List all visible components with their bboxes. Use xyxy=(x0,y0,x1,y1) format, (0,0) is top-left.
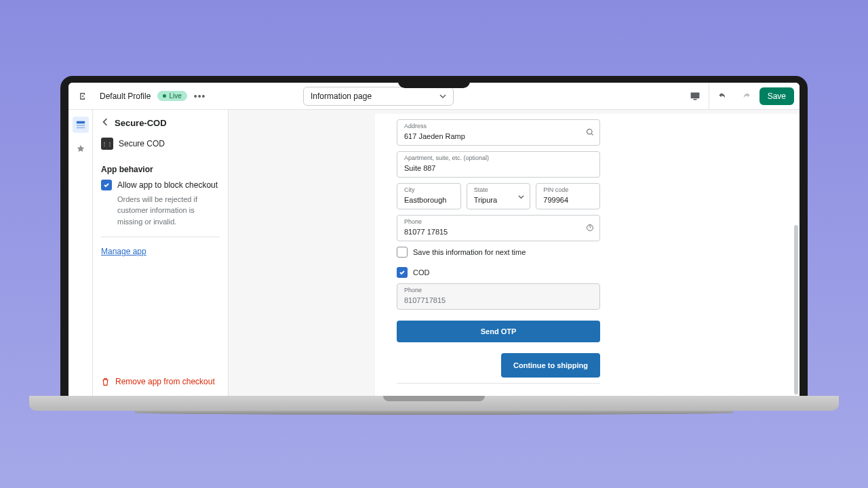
icon-rail xyxy=(68,110,93,396)
save-info-checkbox[interactable] xyxy=(397,247,408,258)
cod-checkbox[interactable] xyxy=(397,267,408,278)
sidebar-title: Secure-COD xyxy=(115,118,167,128)
app-list-item[interactable]: ⋮⋮ Secure COD xyxy=(101,135,220,152)
search-icon[interactable] xyxy=(586,127,594,139)
svg-rect-1 xyxy=(693,99,696,100)
svg-rect-0 xyxy=(690,92,699,98)
save-button[interactable]: Save xyxy=(760,87,794,105)
address-field[interactable]: Address 617 Jaeden Ramp xyxy=(397,119,600,146)
apartment-field[interactable]: Apartment, suite, etc. (optional) Suite … xyxy=(397,151,600,178)
rail-apps-button[interactable] xyxy=(73,141,89,157)
checkout-form: Address 617 Jaeden Ramp Apartment, suite… xyxy=(375,114,800,396)
live-dot-icon xyxy=(163,94,166,98)
svg-rect-4 xyxy=(76,127,84,129)
more-actions-button[interactable]: ••• xyxy=(194,91,206,102)
svg-point-5 xyxy=(587,129,593,134)
pin-field[interactable]: PIN code 799964 xyxy=(536,183,600,209)
send-otp-button[interactable]: Send OTP xyxy=(397,321,600,342)
profile-name: Default Profile xyxy=(100,92,151,101)
checkbox-helper-text: Orders will be rejected if customer info… xyxy=(117,194,220,228)
page-selector[interactable]: Information page xyxy=(303,87,454,106)
state-select[interactable]: State Tripura xyxy=(467,183,531,209)
svg-rect-2 xyxy=(76,121,84,124)
chevron-down-icon xyxy=(518,190,524,203)
section-title: App behavior xyxy=(101,165,220,174)
app-icon: ⋮⋮ xyxy=(101,138,113,150)
sidebar: Secure-COD ⋮⋮ Secure COD App behavior Al… xyxy=(93,110,229,396)
undo-button[interactable] xyxy=(713,87,732,106)
svg-rect-3 xyxy=(76,125,84,126)
help-icon[interactable] xyxy=(586,222,594,235)
remove-app-button[interactable]: Remove app from checkout xyxy=(101,373,220,390)
chevron-down-icon xyxy=(439,93,446,100)
exit-editor-button[interactable] xyxy=(74,87,93,106)
scrollbar[interactable] xyxy=(793,111,798,394)
preview-pane: Address 617 Jaeden Ramp Apartment, suite… xyxy=(229,110,800,396)
manage-app-link[interactable]: Manage app xyxy=(101,247,220,256)
live-badge: Live xyxy=(157,91,186,101)
desktop-view-button[interactable] xyxy=(686,87,705,106)
city-field[interactable]: City Eastborough xyxy=(397,183,461,209)
redo-button[interactable] xyxy=(736,87,755,106)
block-checkout-label: Allow app to block checkout xyxy=(117,180,218,191)
back-button[interactable] xyxy=(101,118,109,128)
trash-icon xyxy=(101,378,110,386)
continue-shipping-button[interactable]: Continue to shipping xyxy=(501,353,600,378)
cod-label: COD xyxy=(413,268,429,277)
phone-field[interactable]: Phone 81077 17815 xyxy=(397,215,600,241)
rail-sections-button[interactable] xyxy=(73,117,89,133)
save-info-label: Save this information for next time xyxy=(413,248,526,256)
cod-phone-field: Phone 8107717815 xyxy=(397,283,600,310)
block-checkout-checkbox[interactable] xyxy=(101,180,112,190)
